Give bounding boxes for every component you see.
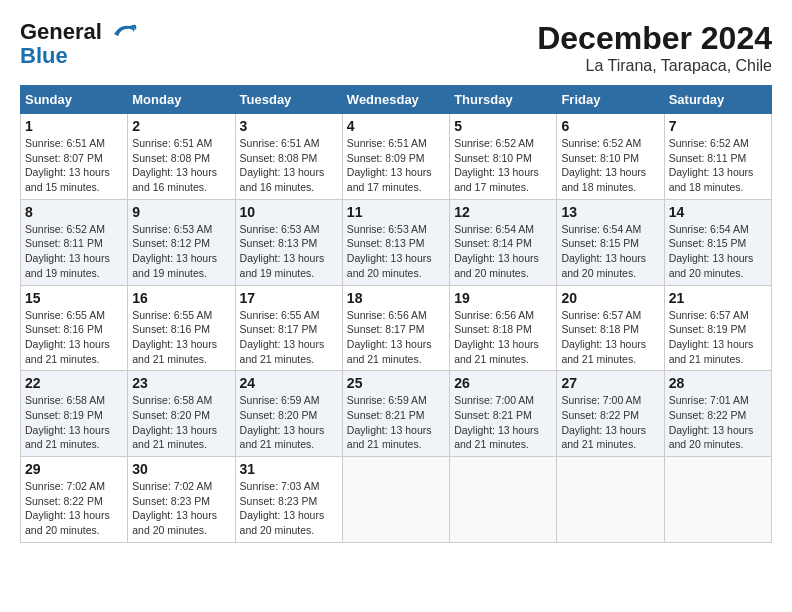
day-number: 3 [240,118,338,134]
calendar-cell: 7 Sunrise: 6:52 AMSunset: 8:11 PMDayligh… [664,114,771,200]
day-number: 21 [669,290,767,306]
calendar-cell: 27 Sunrise: 7:00 AMSunset: 8:22 PMDaylig… [557,371,664,457]
day-number: 8 [25,204,123,220]
day-info: Sunrise: 7:01 AMSunset: 8:22 PMDaylight:… [669,394,754,450]
day-number: 19 [454,290,552,306]
calendar-cell: 16 Sunrise: 6:55 AMSunset: 8:16 PMDaylig… [128,285,235,371]
day-info: Sunrise: 6:52 AMSunset: 8:11 PMDaylight:… [669,137,754,193]
calendar-table: SundayMondayTuesdayWednesdayThursdayFrid… [20,85,772,543]
header-thursday: Thursday [450,86,557,114]
calendar-cell: 5 Sunrise: 6:52 AMSunset: 8:10 PMDayligh… [450,114,557,200]
day-number: 28 [669,375,767,391]
day-info: Sunrise: 6:59 AMSunset: 8:20 PMDaylight:… [240,394,325,450]
calendar-cell: 17 Sunrise: 6:55 AMSunset: 8:17 PMDaylig… [235,285,342,371]
calendar-cell: 6 Sunrise: 6:52 AMSunset: 8:10 PMDayligh… [557,114,664,200]
day-info: Sunrise: 6:54 AMSunset: 8:15 PMDaylight:… [561,223,646,279]
calendar-cell: 2 Sunrise: 6:51 AMSunset: 8:08 PMDayligh… [128,114,235,200]
calendar-cell: 14 Sunrise: 6:54 AMSunset: 8:15 PMDaylig… [664,199,771,285]
day-number: 23 [132,375,230,391]
day-info: Sunrise: 7:00 AMSunset: 8:21 PMDaylight:… [454,394,539,450]
day-number: 29 [25,461,123,477]
calendar-cell [450,457,557,543]
day-info: Sunrise: 6:53 AMSunset: 8:12 PMDaylight:… [132,223,217,279]
day-number: 7 [669,118,767,134]
day-info: Sunrise: 7:02 AMSunset: 8:22 PMDaylight:… [25,480,110,536]
week-row-3: 15 Sunrise: 6:55 AMSunset: 8:16 PMDaylig… [21,285,772,371]
day-info: Sunrise: 6:58 AMSunset: 8:19 PMDaylight:… [25,394,110,450]
title-block: December 2024 La Tirana, Tarapaca, Chile [537,20,772,75]
calendar-cell: 31 Sunrise: 7:03 AMSunset: 8:23 PMDaylig… [235,457,342,543]
calendar-cell [664,457,771,543]
header-wednesday: Wednesday [342,86,449,114]
day-info: Sunrise: 6:57 AMSunset: 8:19 PMDaylight:… [669,309,754,365]
day-info: Sunrise: 6:51 AMSunset: 8:07 PMDaylight:… [25,137,110,193]
calendar-cell: 29 Sunrise: 7:02 AMSunset: 8:22 PMDaylig… [21,457,128,543]
logo-bird-icon [110,22,138,44]
week-row-1: 1 Sunrise: 6:51 AMSunset: 8:07 PMDayligh… [21,114,772,200]
day-info: Sunrise: 6:56 AMSunset: 8:17 PMDaylight:… [347,309,432,365]
calendar-cell: 11 Sunrise: 6:53 AMSunset: 8:13 PMDaylig… [342,199,449,285]
calendar-cell: 22 Sunrise: 6:58 AMSunset: 8:19 PMDaylig… [21,371,128,457]
day-number: 5 [454,118,552,134]
logo: General Blue [20,20,138,68]
header-friday: Friday [557,86,664,114]
day-number: 22 [25,375,123,391]
day-info: Sunrise: 6:51 AMSunset: 8:09 PMDaylight:… [347,137,432,193]
calendar-cell: 1 Sunrise: 6:51 AMSunset: 8:07 PMDayligh… [21,114,128,200]
day-number: 13 [561,204,659,220]
day-number: 16 [132,290,230,306]
calendar-subtitle: La Tirana, Tarapaca, Chile [537,57,772,75]
day-number: 15 [25,290,123,306]
calendar-cell: 23 Sunrise: 6:58 AMSunset: 8:20 PMDaylig… [128,371,235,457]
week-row-4: 22 Sunrise: 6:58 AMSunset: 8:19 PMDaylig… [21,371,772,457]
day-info: Sunrise: 6:53 AMSunset: 8:13 PMDaylight:… [347,223,432,279]
calendar-cell: 12 Sunrise: 6:54 AMSunset: 8:14 PMDaylig… [450,199,557,285]
calendar-cell: 8 Sunrise: 6:52 AMSunset: 8:11 PMDayligh… [21,199,128,285]
calendar-cell [557,457,664,543]
day-info: Sunrise: 6:51 AMSunset: 8:08 PMDaylight:… [132,137,217,193]
day-number: 25 [347,375,445,391]
calendar-cell: 3 Sunrise: 6:51 AMSunset: 8:08 PMDayligh… [235,114,342,200]
day-info: Sunrise: 6:54 AMSunset: 8:15 PMDaylight:… [669,223,754,279]
day-info: Sunrise: 6:56 AMSunset: 8:18 PMDaylight:… [454,309,539,365]
day-number: 18 [347,290,445,306]
day-number: 31 [240,461,338,477]
calendar-cell: 18 Sunrise: 6:56 AMSunset: 8:17 PMDaylig… [342,285,449,371]
day-info: Sunrise: 7:03 AMSunset: 8:23 PMDaylight:… [240,480,325,536]
day-number: 10 [240,204,338,220]
page-header: General Blue December 2024 La Tirana, Ta… [20,20,772,75]
calendar-cell: 13 Sunrise: 6:54 AMSunset: 8:15 PMDaylig… [557,199,664,285]
calendar-cell: 26 Sunrise: 7:00 AMSunset: 8:21 PMDaylig… [450,371,557,457]
day-number: 20 [561,290,659,306]
day-number: 1 [25,118,123,134]
header-tuesday: Tuesday [235,86,342,114]
calendar-cell: 24 Sunrise: 6:59 AMSunset: 8:20 PMDaylig… [235,371,342,457]
calendar-cell: 19 Sunrise: 6:56 AMSunset: 8:18 PMDaylig… [450,285,557,371]
day-number: 12 [454,204,552,220]
day-info: Sunrise: 6:52 AMSunset: 8:11 PMDaylight:… [25,223,110,279]
day-info: Sunrise: 6:51 AMSunset: 8:08 PMDaylight:… [240,137,325,193]
day-info: Sunrise: 6:57 AMSunset: 8:18 PMDaylight:… [561,309,646,365]
day-number: 30 [132,461,230,477]
day-number: 11 [347,204,445,220]
header-row: SundayMondayTuesdayWednesdayThursdayFrid… [21,86,772,114]
week-row-5: 29 Sunrise: 7:02 AMSunset: 8:22 PMDaylig… [21,457,772,543]
day-number: 17 [240,290,338,306]
day-info: Sunrise: 6:52 AMSunset: 8:10 PMDaylight:… [561,137,646,193]
day-info: Sunrise: 6:55 AMSunset: 8:17 PMDaylight:… [240,309,325,365]
calendar-cell: 28 Sunrise: 7:01 AMSunset: 8:22 PMDaylig… [664,371,771,457]
day-info: Sunrise: 7:02 AMSunset: 8:23 PMDaylight:… [132,480,217,536]
day-info: Sunrise: 6:52 AMSunset: 8:10 PMDaylight:… [454,137,539,193]
day-info: Sunrise: 6:55 AMSunset: 8:16 PMDaylight:… [25,309,110,365]
week-row-2: 8 Sunrise: 6:52 AMSunset: 8:11 PMDayligh… [21,199,772,285]
day-number: 27 [561,375,659,391]
calendar-cell: 10 Sunrise: 6:53 AMSunset: 8:13 PMDaylig… [235,199,342,285]
day-info: Sunrise: 6:59 AMSunset: 8:21 PMDaylight:… [347,394,432,450]
day-number: 26 [454,375,552,391]
header-monday: Monday [128,86,235,114]
day-number: 14 [669,204,767,220]
day-info: Sunrise: 7:00 AMSunset: 8:22 PMDaylight:… [561,394,646,450]
calendar-cell: 15 Sunrise: 6:55 AMSunset: 8:16 PMDaylig… [21,285,128,371]
day-info: Sunrise: 6:55 AMSunset: 8:16 PMDaylight:… [132,309,217,365]
day-info: Sunrise: 6:53 AMSunset: 8:13 PMDaylight:… [240,223,325,279]
